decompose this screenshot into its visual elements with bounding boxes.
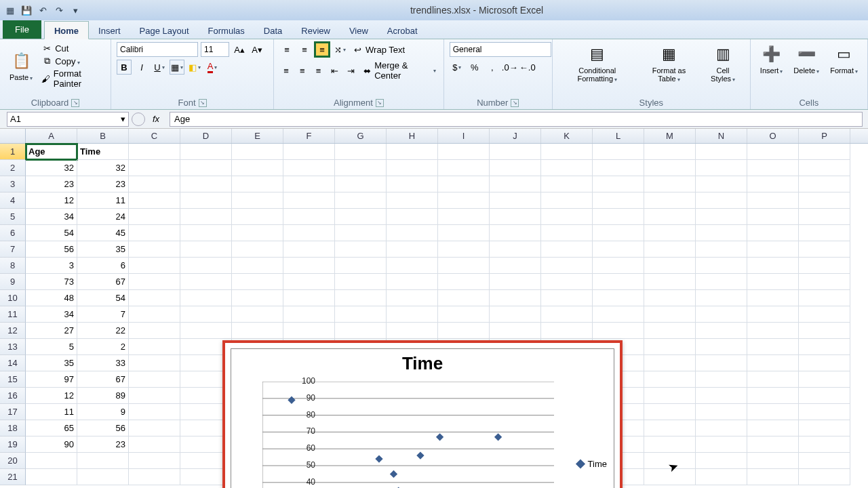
cell[interactable]	[644, 306, 696, 323]
cell[interactable]	[644, 160, 696, 176]
cell[interactable]	[490, 176, 541, 192]
cell[interactable]	[747, 388, 799, 404]
cell[interactable]	[180, 274, 232, 290]
cell[interactable]	[644, 436, 696, 453]
cell[interactable]	[799, 404, 850, 420]
cell[interactable]	[696, 355, 747, 371]
cell[interactable]: 97	[26, 371, 77, 388]
cell[interactable]: 67	[77, 371, 129, 388]
tab-formulas[interactable]: Formulas	[199, 22, 254, 39]
cell[interactable]	[747, 225, 799, 241]
save-icon[interactable]: 💾	[20, 4, 33, 16]
column-header[interactable]: O	[747, 129, 799, 143]
row-header[interactable]: 8	[0, 258, 26, 274]
cell[interactable]	[387, 258, 438, 274]
cell[interactable]	[696, 241, 747, 258]
cell[interactable]	[644, 339, 696, 355]
cell[interactable]	[593, 274, 644, 290]
cell[interactable]: 54	[26, 225, 77, 241]
cell[interactable]	[696, 209, 747, 225]
cell[interactable]	[232, 290, 283, 306]
percent-format-icon[interactable]: %	[467, 60, 482, 75]
cell[interactable]: 7	[77, 306, 129, 323]
cell[interactable]	[799, 339, 850, 355]
cell[interactable]	[490, 241, 541, 258]
format-painter-button[interactable]: 🖌Format Painter	[39, 68, 105, 89]
cell[interactable]: 45	[77, 225, 129, 241]
cell[interactable]	[799, 420, 850, 436]
cell[interactable]	[644, 388, 696, 404]
cell[interactable]	[77, 453, 129, 469]
cell[interactable]	[799, 144, 850, 160]
cell[interactable]	[438, 144, 490, 160]
cell[interactable]	[180, 160, 232, 176]
cell[interactable]	[129, 225, 180, 241]
cell[interactable]: 34	[26, 209, 77, 225]
insert-cells-button[interactable]: ➕Insert	[756, 42, 787, 77]
cell[interactable]	[799, 225, 850, 241]
cell[interactable]	[129, 453, 180, 469]
decrease-indent-icon[interactable]: ⇤	[328, 63, 342, 78]
cell[interactable]: 35	[26, 355, 77, 371]
cell[interactable]	[335, 323, 387, 339]
column-header[interactable]: H	[387, 129, 438, 143]
accounting-format-icon[interactable]: $	[450, 60, 465, 75]
clipboard-dialog-icon[interactable]: ↘	[71, 99, 79, 107]
cell[interactable]	[696, 306, 747, 323]
cell[interactable]: 65	[26, 420, 77, 436]
format-as-table-button[interactable]: ▦Format as Table	[639, 42, 698, 85]
cell[interactable]	[335, 241, 387, 258]
cell[interactable]	[644, 274, 696, 290]
cell[interactable]	[644, 144, 696, 160]
cell[interactable]	[129, 339, 180, 355]
cell[interactable]	[180, 176, 232, 192]
column-header[interactable]: F	[283, 129, 335, 143]
cell[interactable]	[696, 371, 747, 388]
cell[interactable]	[232, 323, 283, 339]
cell[interactable]	[180, 290, 232, 306]
cell[interactable]	[696, 420, 747, 436]
row-header[interactable]: 17	[0, 404, 26, 420]
font-color-button[interactable]: A	[205, 60, 220, 75]
cell[interactable]	[438, 274, 490, 290]
cell[interactable]	[799, 290, 850, 306]
cell[interactable]	[696, 258, 747, 274]
align-left-icon[interactable]: ≡	[279, 63, 293, 78]
cell[interactable]	[335, 274, 387, 290]
cell[interactable]: 23	[77, 176, 129, 192]
cell[interactable]: 56	[26, 241, 77, 258]
column-header[interactable]: K	[541, 129, 593, 143]
name-box[interactable]: A1▾	[7, 112, 129, 127]
cell[interactable]	[593, 241, 644, 258]
column-header[interactable]: I	[438, 129, 490, 143]
cell[interactable]	[232, 274, 283, 290]
cell[interactable]	[283, 144, 335, 160]
delete-cells-button[interactable]: ➖Delete	[789, 42, 823, 77]
cell[interactable]	[232, 176, 283, 192]
row-header[interactable]: 6	[0, 225, 26, 241]
cell[interactable]	[490, 306, 541, 323]
cell[interactable]	[129, 258, 180, 274]
cell[interactable]	[490, 290, 541, 306]
cell[interactable]: Time	[77, 144, 129, 160]
cell[interactable]	[283, 192, 335, 209]
cell[interactable]: 23	[77, 436, 129, 453]
cell[interactable]	[387, 290, 438, 306]
cell[interactable]	[541, 176, 593, 192]
cell[interactable]	[747, 274, 799, 290]
cell[interactable]	[129, 241, 180, 258]
align-right-icon[interactable]: ≡	[312, 63, 326, 78]
row-header[interactable]: 14	[0, 355, 26, 371]
cell[interactable]	[283, 323, 335, 339]
cell[interactable]	[283, 209, 335, 225]
cell[interactable]	[747, 160, 799, 176]
cell[interactable]	[129, 323, 180, 339]
cell[interactable]	[490, 323, 541, 339]
column-header[interactable]: M	[644, 129, 696, 143]
cell-styles-button[interactable]: ▥Cell Styles	[701, 42, 745, 85]
merge-center-button[interactable]: ⬌Merge & Center	[360, 60, 438, 81]
cell[interactable]	[747, 258, 799, 274]
cell[interactable]	[129, 176, 180, 192]
cell[interactable]	[593, 144, 644, 160]
undo-icon[interactable]: ↶	[37, 4, 49, 16]
